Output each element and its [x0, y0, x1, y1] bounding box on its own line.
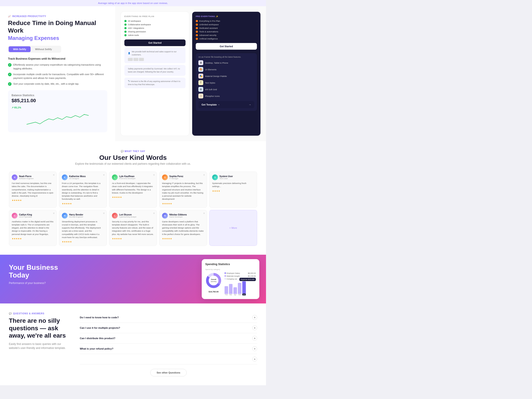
bar-mei-label: Mei: [238, 294, 241, 296]
free-item-2: Collaborative workspace: [124, 23, 185, 26]
tcard-7: ✕ H Harry Bender DevOps Engineer Streaml…: [59, 210, 107, 246]
see-more-container: See other Questions: [80, 369, 257, 376]
tcard-9: ✕ N Nikolas Gibbons Game Developer Game …: [159, 210, 207, 246]
reviewer-1-info: Noah Pierre Software Engineer: [19, 175, 34, 180]
tcard-1-header: N Noah Pierre Software Engineer: [12, 174, 54, 180]
tcard-4-header: S Sophia Perez IT Manager: [162, 174, 204, 180]
tcard-4-stars: ★★★★★: [162, 202, 204, 205]
balance-title: Balance Statistics: [12, 94, 104, 97]
feature-item-1: Effortlessly assess your company expendi…: [8, 63, 107, 70]
toggle-with[interactable]: With Sellify: [9, 46, 31, 52]
template-btn-label: Get Template →: [202, 103, 220, 106]
get-template-btn[interactable]: Get Template → →: [198, 101, 254, 108]
tcard-1-close[interactable]: ✕: [53, 174, 55, 177]
see-more-btn[interactable]: See other Questions: [150, 369, 187, 376]
avatar-8: L: [112, 213, 118, 219]
empty-state: + More: [212, 213, 254, 243]
tcard-4-close[interactable]: ✕: [203, 174, 205, 177]
framer-row-2: 🎨 UI Elements: [198, 67, 254, 72]
faq-row-4: What is your refund policy? +: [80, 344, 257, 354]
support-info: 👤 We provide both technical and sales su…: [124, 48, 185, 63]
avatar-1: N: [12, 174, 18, 180]
testimonials-grid: N Noah Pierre Software Engineer ✕ I've t…: [9, 171, 257, 246]
faq-layout: 💬 QUESTIONS & ANSWERS There are no silly…: [9, 312, 257, 376]
bar-feb: Feb: [225, 286, 228, 296]
testi-sub: Explore the testimonials of our esteemed…: [9, 162, 257, 165]
tcard-6-close[interactable]: ✕: [53, 212, 55, 215]
tcard-8-close[interactable]: ✕: [153, 212, 155, 215]
tcard-8-stars: ★★★★★: [112, 237, 154, 240]
tcard-6-text: Aesthetics matter in the digital world a…: [12, 220, 54, 236]
reviewer-6-info: Caitlyn King UI/UX Specialist: [19, 214, 32, 218]
faq-expand-4[interactable]: +: [252, 346, 257, 351]
orange-dot-3: [196, 27, 198, 29]
tcard-4: S Sophia Perez IT Manager ✕ Managing IT …: [159, 171, 207, 208]
reviewer-8-info: Lori Bryson Cybersecurity Analyst: [119, 214, 136, 218]
tcard-empty: + More: [209, 210, 257, 246]
chat-icon: 💬: [121, 150, 125, 152]
moment-text: Moment is the life of any aspiring astro…: [128, 80, 180, 86]
toggle-without[interactable]: Without Sellify: [31, 46, 56, 52]
faq-q-1: Do I need to know how to code?: [80, 316, 119, 319]
faq-expand-3[interactable]: +: [252, 336, 257, 341]
tcard-5: S System User Tech Lead Systematic preci…: [209, 171, 257, 208]
reviewer-3-info: Lyle Kauffman Front-end Developer: [119, 175, 135, 180]
arrow-icon: →: [249, 103, 251, 106]
tcard-5-stars: ★★★★: [212, 190, 254, 192]
tcard-2-stars: ★★★★★: [62, 202, 104, 205]
payment-icons: [128, 58, 182, 61]
pro-plan-block: Pro Everything ✨ Everything in Pro Plan …: [192, 12, 261, 136]
productivity-label: 📈 INCREASED PRODUCTIVITY: [8, 15, 107, 18]
hero-section: 📈 INCREASED PRODUCTIVITY Reduce Time in …: [0, 6, 266, 141]
bar-jun-label: Jun: [242, 293, 246, 296]
balance-amount: $85,211.00: [12, 98, 104, 103]
faq-expand-2[interactable]: +: [252, 325, 257, 330]
sub-heading: Managing Expenses: [8, 35, 107, 41]
orange-dot-4: [196, 31, 198, 33]
faq-main-sub: Easily find answers to basic queries wit…: [9, 342, 71, 350]
pro-plan-btn[interactable]: Get Started: [196, 43, 257, 50]
faq-q-4: What is your refund policy?: [80, 347, 113, 350]
green-dot-2: [124, 24, 127, 26]
hero-left: 📈 INCREASED PRODUCTIVITY Reduce Time in …: [0, 6, 115, 141]
reviewer-7-info: Harry Bender DevOps Engineer: [69, 214, 83, 218]
faq-q-2: Can I use it for multiple projects?: [80, 327, 120, 329]
overall-amount: $19,760.00: [205, 291, 222, 293]
faq-label: 💬 QUESTIONS & ANSWERS: [9, 312, 71, 315]
feature-item-3: Sort your corporate costs by date, title…: [8, 82, 107, 86]
feature-item-2: Incorporate multiple credit cards for tr…: [8, 72, 107, 80]
gradient-cta-section: Your Business Today Performance of your …: [0, 255, 266, 304]
tcard-3-close[interactable]: ✕: [153, 174, 155, 177]
feature-text-1: Effortlessly assess your company expendi…: [13, 63, 107, 70]
green-dot-5: [124, 34, 127, 36]
features-section: Track Business Expenses until its Milise…: [8, 57, 107, 86]
tcard-5-header: S System User Tech Lead: [212, 174, 254, 180]
faq-expand-1[interactable]: +: [252, 315, 257, 320]
tcard-5-text: Systematic precision delivering fresh se…: [212, 182, 254, 188]
testi-title: Our User Kind Words: [9, 154, 257, 161]
announcement-bar: Average rating of an app in the app stor…: [0, 0, 266, 6]
faq-expand-5[interactable]: +: [252, 357, 257, 361]
free-plan-btn[interactable]: Get Started: [124, 39, 185, 46]
empty-text: + More: [229, 227, 237, 229]
faq-left-col: 💬 QUESTIONS & ANSWERS There are no silly…: [9, 312, 71, 376]
bar-feb-rect: [225, 286, 228, 294]
tcard-9-close[interactable]: ✕: [203, 212, 205, 215]
tcard-7-close[interactable]: ✕: [103, 212, 105, 215]
pay-icon-3: [139, 58, 144, 61]
avatar-6: C: [12, 213, 18, 219]
tcard-2-close[interactable]: ✕: [103, 174, 105, 177]
tcard-7-header: H Harry Bender DevOps Engineer: [62, 213, 104, 219]
tcard-7-text: Streamlining deployment processes is cru…: [62, 220, 104, 239]
reviewer-4-info: Sophia Perez IT Manager: [169, 175, 183, 180]
bar-mar-label: Mar: [229, 294, 233, 296]
support-text: We provide both technical and sales supp…: [132, 50, 182, 57]
free-plan-badge: Everything in Free Plan: [124, 15, 185, 18]
avatar-7: H: [62, 213, 68, 219]
tcard-1: N Noah Pierre Software Engineer ✕ I've t…: [9, 171, 57, 208]
tcard-6: ✕ C Caitlyn King UI/UX Specialist Aesthe…: [9, 210, 57, 246]
tcard-4-text: Managing IT projects is demanding, but t…: [162, 182, 204, 201]
payment-text: Safety payments provided by Gumroad. We …: [128, 68, 180, 73]
framer-intro: An as Framer file boasting all the lates…: [198, 56, 254, 58]
feature-text-3: Sort your corporate costs by date, title…: [13, 82, 79, 86]
